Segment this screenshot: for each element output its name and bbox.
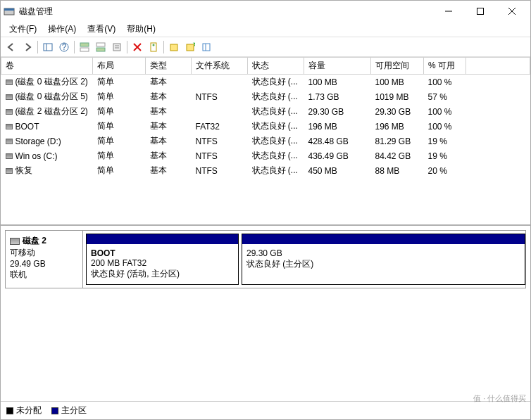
col-type[interactable]: 类型	[146, 58, 192, 75]
svg-text:★: ★	[192, 42, 195, 49]
menubar: 文件(F) 操作(A) 查看(V) 帮助(H)	[1, 22, 530, 37]
volume-icon	[6, 109, 13, 115]
table-row[interactable]: (磁盘 0 磁盘分区 2)简单基本状态良好 (...100 MB100 MB10…	[1, 75, 530, 90]
col-status[interactable]: 状态	[248, 58, 304, 75]
volume-icon	[6, 79, 13, 85]
close-button[interactable]	[496, 1, 527, 21]
svg-rect-11	[80, 48, 89, 51]
svg-rect-21	[170, 44, 177, 51]
volume-icon	[6, 168, 13, 174]
table-row[interactable]: BOOT简单基本FAT32状态良好 (...196 MB196 MB100 %	[1, 119, 530, 134]
disk-graphic-pane[interactable]: 磁盘 2 可移动 29.49 GB 联机 BOOT200 MB FAT32状态良…	[1, 226, 530, 401]
view-bottom-button[interactable]	[93, 39, 108, 55]
app-icon	[4, 6, 15, 17]
col-capacity[interactable]: 容量	[304, 58, 371, 75]
delete-button[interactable]	[130, 39, 145, 55]
col-volume[interactable]: 卷	[1, 58, 93, 75]
svg-rect-12	[96, 43, 105, 46]
volume-list-pane[interactable]: 卷 布局 类型 文件系统 状态 容量 可用空间 % 可用 (磁盘 0 磁盘分区 …	[1, 57, 530, 226]
tool-button[interactable]	[199, 39, 214, 55]
view-top-button[interactable]	[77, 39, 92, 55]
svg-rect-24	[203, 44, 210, 51]
disk-icon	[10, 238, 20, 245]
disk-name: 磁盘 2	[23, 236, 46, 246]
settings-button[interactable]	[109, 39, 125, 55]
toolbar-separator	[127, 41, 127, 53]
show-hide-tree-button[interactable]	[40, 39, 56, 55]
partition[interactable]: BOOT200 MB FAT32状态良好 (活动, 主分区)	[86, 234, 239, 285]
menu-action[interactable]: 操作(A)	[42, 22, 82, 37]
svg-rect-6	[44, 44, 52, 51]
volume-icon	[6, 139, 13, 144]
volume-icon	[6, 124, 13, 129]
partition[interactable]: 29.30 GB状态良好 (主分区)	[242, 234, 525, 285]
legend-unallocated: 未分配	[6, 405, 42, 416]
disk-partitions: BOOT200 MB FAT32状态良好 (活动, 主分区)29.30 GB状态…	[83, 231, 525, 288]
volume-table: 卷 布局 类型 文件系统 状态 容量 可用空间 % 可用 (磁盘 0 磁盘分区 …	[1, 57, 530, 178]
svg-point-20	[153, 44, 155, 46]
table-row[interactable]: (磁盘 2 磁盘分区 2)简单基本状态良好 (...29.30 GB29.30 …	[1, 104, 530, 119]
content-area: 卷 布局 类型 文件系统 状态 容量 可用空间 % 可用 (磁盘 0 磁盘分区 …	[1, 57, 530, 419]
legend: 未分配 主分区	[1, 401, 530, 419]
svg-text:?: ?	[62, 42, 67, 52]
disk-size: 29.49 GB	[10, 259, 78, 269]
table-row[interactable]: 恢复简单基本NTFS状态良好 (...450 MB88 MB20 %	[1, 163, 530, 178]
svg-rect-3	[477, 8, 483, 15]
col-free[interactable]: 可用空间	[371, 58, 424, 75]
col-spacer	[466, 58, 530, 75]
menu-help[interactable]: 帮助(H)	[121, 22, 161, 37]
maximize-button[interactable]	[464, 1, 496, 21]
svg-rect-14	[113, 44, 120, 51]
col-fs[interactable]: 文件系统	[192, 58, 248, 75]
minimize-button[interactable]	[432, 1, 464, 21]
disk-row: 磁盘 2 可移动 29.49 GB 联机 BOOT200 MB FAT32状态良…	[5, 230, 526, 288]
toolbar-separator	[74, 41, 75, 53]
col-layout[interactable]: 布局	[93, 58, 146, 75]
svg-rect-13	[96, 48, 105, 51]
toolbar: ? ★	[1, 37, 530, 57]
back-button[interactable]	[4, 39, 19, 55]
disk-status: 联机	[10, 269, 78, 281]
menu-file[interactable]: 文件(F)	[4, 22, 42, 37]
svg-rect-10	[80, 43, 89, 46]
disk-media: 可移动	[10, 247, 78, 259]
disk-info[interactable]: 磁盘 2 可移动 29.49 GB 联机	[6, 231, 83, 288]
table-row[interactable]: Storage (D:)简单基本NTFS状态良好 (...428.48 GB81…	[1, 134, 530, 148]
table-row[interactable]: Win os (C:)简单基本NTFS状态良好 (...436.49 GB84.…	[1, 148, 530, 163]
properties-button[interactable]	[146, 39, 161, 55]
svg-rect-1	[4, 8, 14, 11]
toolbar-separator	[37, 41, 38, 53]
forward-button[interactable]	[20, 39, 35, 55]
table-header-row: 卷 布局 类型 文件系统 状态 容量 可用空间 % 可用	[1, 58, 530, 75]
extend-volume-button[interactable]: ★	[182, 39, 198, 55]
help-button[interactable]: ?	[56, 39, 72, 55]
volume-icon	[6, 94, 13, 100]
new-volume-button[interactable]	[166, 39, 182, 55]
titlebar: 磁盘管理	[1, 1, 530, 22]
volume-icon	[6, 153, 13, 159]
window-title: 磁盘管理	[19, 6, 432, 18]
menu-view[interactable]: 查看(V)	[82, 22, 121, 37]
toolbar-separator	[163, 41, 164, 53]
col-pctfree[interactable]: % 可用	[424, 58, 466, 75]
legend-primary: 主分区	[51, 405, 87, 416]
table-row[interactable]: (磁盘 0 磁盘分区 5)简单基本NTFS状态良好 (...1.73 GB101…	[1, 89, 530, 104]
